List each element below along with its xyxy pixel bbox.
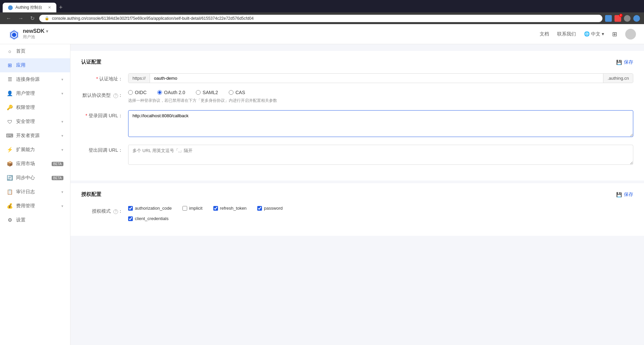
devresources-icon: ⌨ (7, 133, 13, 139)
sidebar-item-permissions[interactable]: 🔑 权限管理 (0, 100, 70, 115)
tab-title: Authing 控制台 (15, 5, 42, 10)
login-callback-label: * 登录回调 URL： (81, 110, 128, 119)
identity-arrow: ▾ (61, 77, 63, 82)
dropdown-icon[interactable]: ▾ (46, 28, 48, 34)
nav-docs[interactable]: 文档 (540, 31, 549, 37)
authorization-code-checkbox[interactable] (128, 206, 133, 211)
protocol-help-icon[interactable]: ? (113, 93, 118, 98)
syncenter-icon: 🔄 (7, 175, 13, 181)
permissions-icon: 🔑 (7, 105, 13, 111)
sidebar-label-extensions: 扩展能力 (16, 147, 35, 153)
sidebar-label-security: 安全管理 (16, 119, 35, 125)
protocol-label-text: 默认协议类型 (83, 92, 111, 98)
sidebar-item-identity[interactable]: ☰ 连接身份源 ▾ (0, 72, 70, 86)
back-button[interactable]: ← (4, 15, 13, 22)
protocol-hint-text: 选择一种登录协议，若已禁用请在下方「更多身份协议」内进行开启并配置相关参数 (128, 98, 633, 104)
protocol-saml2[interactable]: SAML2 (196, 90, 218, 95)
cas-radio[interactable] (229, 90, 233, 95)
checkbox-password[interactable]: password (257, 206, 283, 211)
lock-icon: 🔒 (45, 16, 49, 20)
grant-config-header: 授权配置 💾 保存 (81, 191, 633, 198)
extension-icon-1[interactable] (605, 15, 612, 22)
browser-tab-active[interactable]: Authing 控制台 ✕ (3, 3, 56, 12)
sidebar: ○ 首页 ⊞ 应用 ☰ 连接身份源 ▾ 👤 用户管理 ▾ 🔑 权限管理 🛡 安全… (0, 44, 70, 345)
user-avatar[interactable] (625, 29, 636, 40)
refresh-token-checkbox[interactable] (213, 206, 218, 211)
header-right: 文档 联系我们 🌐 中文 ▾ ⊞ (540, 29, 636, 40)
protocol-radio-group: OIDC OAuth 2.0 SAML2 (128, 90, 633, 95)
extension-icon-3[interactable] (624, 15, 631, 22)
nav-contact[interactable]: 联系我们 (557, 31, 576, 37)
auth-config-title: 认证配置 (81, 59, 101, 65)
protocol-oidc[interactable]: OIDC (128, 90, 147, 95)
grant-mode-row: 授权模式 ?： authorization_code implicit (81, 206, 633, 221)
checkbox-implicit[interactable]: implicit (182, 206, 203, 211)
settings-icon: ⚙ (7, 217, 13, 223)
nav-lang[interactable]: 🌐 中文 ▾ (584, 31, 604, 37)
sidebar-item-home[interactable]: ○ 首页 (0, 44, 70, 58)
sidebar-item-security[interactable]: 🛡 安全管理 ▾ (0, 115, 70, 129)
protocol-cas[interactable]: CAS (229, 90, 245, 95)
logout-callback-label: 登出回调 URL： (81, 145, 128, 153)
password-checkbox[interactable] (257, 206, 262, 211)
top-spacer (70, 44, 644, 51)
saml2-radio[interactable] (196, 90, 201, 95)
sidebar-label-users: 用户管理 (16, 90, 35, 96)
protocol-content: OIDC OAuth 2.0 SAML2 (128, 90, 633, 104)
auth-url-input[interactable] (150, 74, 603, 83)
appmarket-icon: 📦 (7, 161, 13, 167)
saml2-label: SAML2 (203, 90, 218, 95)
extension-icon-4[interactable] (633, 15, 640, 22)
sidebar-item-users[interactable]: 👤 用户管理 ▾ (0, 86, 70, 100)
auditlog-arrow: ▾ (61, 190, 63, 194)
sidebar-label-syncenter: 同步中心 (16, 175, 35, 181)
sidebar-item-syncenter[interactable]: 🔄 同步中心 BETA (0, 171, 70, 185)
logout-callback-textarea[interactable] (128, 145, 633, 165)
grant-save-icon: 💾 (616, 192, 622, 197)
nav-grid[interactable]: ⊞ (612, 30, 617, 38)
auth-config-header: 认证配置 💾 保存 (81, 59, 633, 65)
apps-icon: ⊞ (7, 62, 13, 68)
grant-mode-content: authorization_code implicit refresh_toke… (128, 206, 633, 221)
login-callback-textarea[interactable]: http://localhost:8080/callback (128, 110, 633, 137)
sidebar-item-appmarket[interactable]: 📦 应用市场 BETA (0, 157, 70, 171)
grant-mode-checkbox-group: authorization_code implicit refresh_toke… (128, 206, 633, 221)
devresources-arrow: ▾ (61, 134, 63, 138)
implicit-checkbox[interactable] (182, 206, 187, 211)
sidebar-item-devresources[interactable]: ⌨ 开发者资源 ▾ (0, 129, 70, 143)
checkbox-client-credentials[interactable]: client_credentials (128, 216, 633, 221)
protocol-oauth2[interactable]: OAuth 2.0 (157, 90, 185, 95)
oidc-radio[interactable] (128, 90, 133, 95)
sidebar-item-settings[interactable]: ⚙ 设置 (0, 213, 70, 227)
protocol-row: 默认协议类型 ?： OIDC OAuth 2.0 (81, 90, 633, 104)
tab-favicon (8, 5, 13, 10)
auth-config-section: 认证配置 💾 保存 * 认证地址： https:// (70, 51, 644, 183)
refresh-button[interactable]: ↻ (28, 14, 37, 22)
header-brand: newSDK ▾ 用户池 (8, 28, 48, 40)
implicit-label: implicit (189, 206, 203, 211)
grant-mode-help-icon[interactable]: ? (113, 209, 118, 214)
auth-config-save-button[interactable]: 💾 保存 (616, 59, 633, 65)
sidebar-item-auditlog[interactable]: 📋 审计日志 ▾ (0, 185, 70, 199)
sidebar-item-apps[interactable]: ⊞ 应用 (0, 58, 70, 72)
grant-config-title: 授权配置 (81, 191, 101, 198)
sidebar-item-extensions[interactable]: ⚡ 扩展能力 ▾ (0, 143, 70, 157)
main-content: 认证配置 💾 保存 * 认证地址： https:// (70, 44, 644, 345)
home-icon: ○ (7, 48, 13, 54)
sidebar-item-billing[interactable]: 💰 费用管理 ▾ (0, 199, 70, 213)
grant-config-save-button[interactable]: 💾 保存 (616, 192, 633, 198)
extension-icon-2[interactable]: 2 (614, 15, 621, 22)
checkbox-refresh-token[interactable]: refresh_token (213, 206, 247, 211)
checkbox-authorization-code[interactable]: authorization_code (128, 206, 172, 211)
app-header: newSDK ▾ 用户池 文档 联系我们 🌐 中文 ▾ ⊞ (0, 24, 644, 44)
authing-logo (8, 28, 20, 40)
refresh-token-label: refresh_token (220, 206, 247, 211)
sidebar-label-permissions: 权限管理 (16, 105, 35, 111)
new-tab-button[interactable]: + (56, 3, 65, 12)
sidebar-label-devresources: 开发者资源 (16, 133, 40, 139)
tab-close-button[interactable]: ✕ (48, 5, 51, 10)
client-credentials-checkbox[interactable] (128, 216, 133, 221)
address-bar[interactable]: 🔒 console.authing.cn/console/61384d3e302… (39, 15, 602, 22)
forward-button[interactable]: → (16, 15, 25, 22)
oauth2-radio[interactable] (157, 90, 162, 95)
